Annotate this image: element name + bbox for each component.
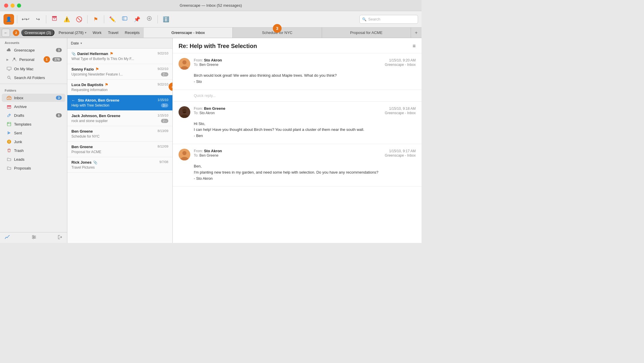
sidebar-item-archive[interactable]: Archive xyxy=(2,102,65,111)
folder-tab-greenscape-inbox[interactable]: Greenscape - Inbox xyxy=(144,28,233,38)
svg-point-24 xyxy=(34,237,35,238)
message-item[interactable]: 4 Luca De Baptistis ⚑ 9/22/10 Requesting… xyxy=(67,80,172,95)
message-item[interactable]: Rick Jones 📎 9/7/08 Travel Pictures xyxy=(67,157,172,173)
message-item[interactable]: 📎 Daniel Hellerman ⚑ 9/22/10 What Type o… xyxy=(67,49,172,64)
search-box[interactable]: 🔍 Search xyxy=(359,15,418,24)
avatar-ben-greene xyxy=(179,106,190,118)
person-icon xyxy=(12,57,17,62)
account-icon-button[interactable]: 👤 xyxy=(4,14,14,25)
work-account-tab[interactable]: Work xyxy=(90,30,104,35)
sidebar-item-drafts[interactable]: Drafts 6 xyxy=(2,111,65,119)
receipts-account-tab[interactable]: Receipts xyxy=(122,30,142,35)
personal-account-tab[interactable]: Personal (278) ▾ xyxy=(56,30,88,35)
signout-button[interactable] xyxy=(58,235,62,240)
message-item-selected[interactable]: ← Sto Akron, Ben Greene 1/15/10 Help wit… xyxy=(67,95,172,111)
accounts-header: Accounts xyxy=(0,38,67,46)
contacts-button[interactable] xyxy=(119,14,130,25)
trash-icon xyxy=(6,148,12,153)
personal-label: Personal xyxy=(19,57,41,62)
move-button[interactable] xyxy=(144,14,155,25)
sidebar-item-junk[interactable]: ! Junk xyxy=(2,138,65,146)
message-preview: Schedule for NYC xyxy=(71,134,168,138)
account-badge-button[interactable]: 2 xyxy=(13,30,19,36)
folder-tab-schedule-nyc[interactable]: 3 Schedule for NYC xyxy=(233,28,322,38)
menu-icon[interactable]: ≡ xyxy=(412,43,416,49)
message-date: 8/13/09 xyxy=(157,129,168,133)
info-button[interactable]: ℹ️ xyxy=(161,14,171,25)
stats-button[interactable] xyxy=(5,235,10,241)
sidebar-item-on-my-mac[interactable]: On My Mac xyxy=(2,65,65,73)
settings-button[interactable] xyxy=(31,235,37,240)
email-meta-1: From: Sto Akron 1/15/10, 9:20 AM To: Ben… xyxy=(194,58,416,67)
close-button[interactable] xyxy=(4,4,8,8)
pin-icon: 📌 xyxy=(134,16,140,23)
drafts-label: Drafts xyxy=(14,113,54,118)
junk-icon: ! xyxy=(6,139,12,144)
reply-all-button[interactable]: ↩↩ xyxy=(20,14,31,25)
chart-icon xyxy=(5,235,10,240)
folder-tab-add-button[interactable]: + xyxy=(411,28,422,38)
svg-point-25 xyxy=(33,238,34,239)
search-icon: 🔍 xyxy=(362,17,366,21)
sliders-icon xyxy=(31,235,37,240)
message-preview: rock and stone supplier 2 › xyxy=(71,119,168,123)
message-list-scroll[interactable]: 📎 Daniel Hellerman ⚑ 9/22/10 What Type o… xyxy=(67,49,172,243)
to-name-1: Ben Greene xyxy=(199,63,218,67)
message-item[interactable]: Ben Greene 8/13/09 Schedule for NYC xyxy=(67,126,172,142)
junk-label: Junk xyxy=(14,140,62,144)
quick-reply-area[interactable]: Quick reply... xyxy=(173,90,422,102)
sidebar-item-trash[interactable]: Trash xyxy=(2,146,65,155)
greenscape-account-tab[interactable]: Greenscape (3) xyxy=(21,29,54,36)
to-label: To: xyxy=(194,63,199,67)
email-inbox-3: Greenscape - Inbox xyxy=(385,153,416,157)
step-3-bubble: 3 xyxy=(273,24,282,33)
from-label: From: xyxy=(194,58,204,62)
title-bar: Greenscape — Inbox (52 messages) xyxy=(0,0,422,11)
travel-account-tab[interactable]: Travel xyxy=(106,30,121,35)
email-header-3: From: Sto Akron 1/15/10, 9:17 AM To: Ben… xyxy=(179,149,416,160)
traffic-lights xyxy=(4,4,21,8)
maximize-button[interactable] xyxy=(17,4,21,8)
sidebar-item-inbox[interactable]: Inbox 3 xyxy=(2,94,65,102)
junk-icon: ⚠️ xyxy=(64,16,70,23)
message-item[interactable]: Sonny Fazio ⚑ 9/22/10 Upcoming Newslette… xyxy=(67,64,172,80)
search-placeholder: Search xyxy=(368,17,380,21)
delete-button[interactable]: 🚫 xyxy=(74,14,84,25)
sidebar-item-greenscape[interactable]: Greenscape 3 xyxy=(2,46,65,54)
avatar-sto-akron xyxy=(179,58,190,70)
compose-button[interactable]: ✏️ xyxy=(107,14,118,25)
separator xyxy=(17,15,17,23)
sidebar-item-search-all[interactable]: Search All Folders xyxy=(2,73,65,82)
message-item[interactable]: Jack Johnson, Ben Greene 1/15/10 rock an… xyxy=(67,111,172,126)
message-item[interactable]: Ben Greene 8/12/09 Proposal for ACME xyxy=(67,142,172,157)
delete-icon: 🚫 xyxy=(76,16,82,23)
forward-button[interactable]: ↪ xyxy=(32,14,43,25)
search-folders-icon xyxy=(6,75,12,80)
mail-account-tabs: ← 2 Greenscape (3) Personal (278) ▾ Work… xyxy=(0,29,144,37)
folder-tabs-container: Greenscape - Inbox 3 Schedule for NYC Pr… xyxy=(144,28,422,38)
avatar-sto-akron-2 xyxy=(179,149,190,160)
message-date: 1/15/10 xyxy=(157,98,168,102)
pin-button[interactable]: 📌 xyxy=(132,14,142,25)
expand-icon: ▶ xyxy=(6,58,9,61)
sidebar-item-leads[interactable]: Leads xyxy=(2,155,65,163)
flag-button[interactable]: ⚑ xyxy=(90,14,101,25)
minimize-button[interactable] xyxy=(11,4,15,8)
sidebar-item-sent[interactable]: Sent xyxy=(2,129,65,137)
message-list-sort-header[interactable]: Date ▾ xyxy=(67,38,172,49)
main-content: Accounts Greenscape 3 ▶ Personal 1 278 O… xyxy=(0,38,422,243)
sidebar-item-templates[interactable]: Templates xyxy=(2,120,65,128)
folder-tab-proposal-acme[interactable]: Proposal for ACME xyxy=(322,28,411,38)
archive-label: Archive xyxy=(14,105,62,109)
move-icon xyxy=(146,16,152,23)
sidebar-item-personal[interactable]: ▶ Personal 1 278 xyxy=(2,55,65,64)
sidebar-item-proposals[interactable]: Proposals xyxy=(2,164,65,172)
email-header-2: From: Ben Greene 1/15/10, 9:18 AM To: St… xyxy=(179,106,416,118)
archive-button[interactable] xyxy=(49,14,60,25)
junk-button[interactable]: ⚠️ xyxy=(61,14,72,25)
svg-point-23 xyxy=(32,235,34,237)
message-date: 8/12/09 xyxy=(157,145,168,148)
nav-back-button[interactable]: ← xyxy=(2,29,10,37)
email-to-row-3: To: Ben Greene Greenscape - Inbox xyxy=(194,153,416,157)
proposals-folder-icon xyxy=(6,165,12,171)
